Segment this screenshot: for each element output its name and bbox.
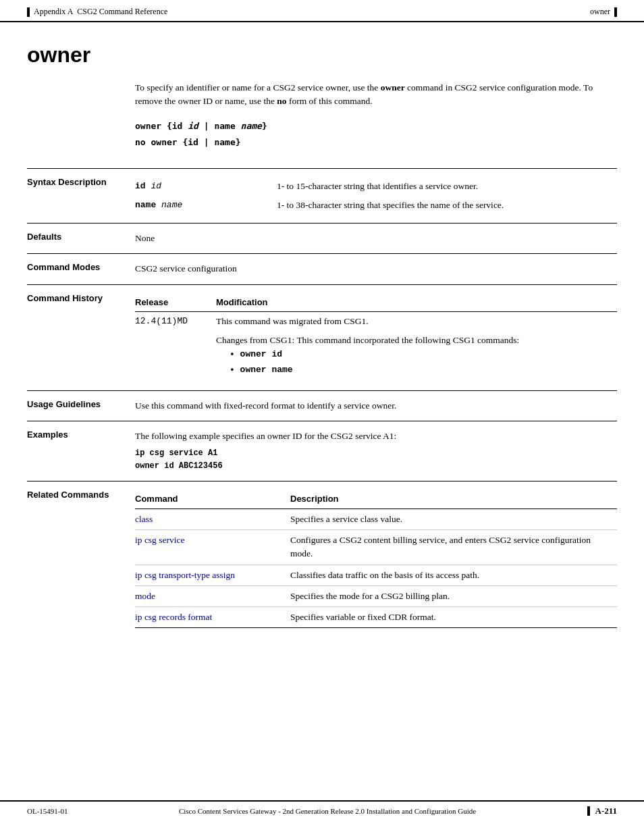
related-col-command: Command xyxy=(135,490,290,509)
related-link-ip-csg-records[interactable]: ip csg records format xyxy=(135,612,212,622)
footer-right: A-211 xyxy=(587,806,618,816)
syntax-description-section: Syntax Description id id 1- to 15-charac… xyxy=(27,168,617,224)
syntax-description-label: Syntax Description xyxy=(27,177,135,215)
command-modes-value: CSG2 service configuration xyxy=(135,262,617,276)
command-modes-label: Command Modes xyxy=(27,262,135,276)
syntax-desc-table: id id 1- to 15-character string that ide… xyxy=(135,177,617,215)
defaults-section: Defaults None xyxy=(27,223,617,253)
related-desc-class: Specifies a service class value. xyxy=(290,509,617,529)
related-row-ip-csg-service: ip csg service Configures a CSG2 content… xyxy=(135,530,617,565)
related-link-mode[interactable]: mode xyxy=(135,591,155,601)
examples-code: ip csg service A1 owner id ABC123456 xyxy=(135,447,617,473)
intro-text3: form of this command. xyxy=(287,96,373,106)
related-header-row: Command Description xyxy=(135,490,617,509)
syntax-desc-name: 1- to 38-character string that specifies… xyxy=(270,196,617,215)
history-release-2 xyxy=(135,331,216,382)
header: Appendix A CSG2 Command Reference owner xyxy=(0,0,644,22)
history-header-row: Release Modification xyxy=(135,293,617,312)
syntax-description-content: id id 1- to 15-character string that ide… xyxy=(135,177,617,215)
related-commands-section: Related Commands Command Description cla… xyxy=(27,481,617,636)
command-modes-section: Command Modes CSG2 service configuration xyxy=(27,253,617,284)
footer-bar xyxy=(587,806,590,816)
syntax-row-id: id id 1- to 15-character string that ide… xyxy=(135,177,617,196)
related-col-description: Description xyxy=(290,490,617,509)
related-row-class: class Specifies a service class value. xyxy=(135,509,617,529)
header-appendix: Appendix A xyxy=(34,7,73,17)
footer-page: A-211 xyxy=(595,806,618,816)
related-cmd-ip-csg-service[interactable]: ip csg service xyxy=(135,530,290,565)
related-cmd-ip-csg-records[interactable]: ip csg records format xyxy=(135,607,290,628)
syntax-block: owner {id id | name name} no owner {id |… xyxy=(135,121,617,148)
defaults-label: Defaults xyxy=(27,232,135,245)
page-title: owner xyxy=(27,43,617,68)
related-link-class[interactable]: class xyxy=(135,514,153,524)
footer-left: OL-15491-01 xyxy=(27,807,68,815)
history-row-2: Changes from CSG1: This command incorpor… xyxy=(135,331,617,382)
related-row-mode: mode Specifies the mode for a CSG2 billi… xyxy=(135,585,617,606)
defaults-value: None xyxy=(135,232,617,245)
related-link-ip-csg-transport[interactable]: ip csg transport-type assign xyxy=(135,570,235,580)
syntax-cmd-name: name name xyxy=(135,196,270,215)
history-col-release: Release xyxy=(135,293,216,312)
related-link-ip-csg-service[interactable]: ip csg service xyxy=(135,535,184,545)
command-history-section: Command History Release Modification 12.… xyxy=(27,284,617,390)
syntax-row-name: name name 1- to 38-character string that… xyxy=(135,196,617,215)
related-row-ip-csg-records: ip csg records format Specifies variable… xyxy=(135,607,617,628)
syntax-line-2: no owner {id | name} xyxy=(135,137,617,148)
related-commands-label: Related Commands xyxy=(27,490,135,628)
related-desc-mode: Specifies the mode for a CSG2 billing pl… xyxy=(290,585,617,606)
command-history-label: Command History xyxy=(27,293,135,382)
header-title: CSG2 Command Reference xyxy=(77,7,167,17)
history-col-modification: Modification xyxy=(216,293,617,312)
bullet-owner-id: owner id xyxy=(230,348,612,361)
related-commands-content: Command Description class Specifies a se… xyxy=(135,490,617,628)
history-table: Release Modification 12.4(11)MD This com… xyxy=(135,293,617,382)
examples-section: Examples The following example specifies… xyxy=(27,421,617,481)
usage-guidelines-value: Use this command with fixed-record forma… xyxy=(135,399,617,413)
history-row-1: 12.4(11)MD This command was migrated fro… xyxy=(135,312,617,332)
header-bar-left xyxy=(27,7,30,17)
history-mod-2: Changes from CSG1: This command incorpor… xyxy=(216,331,617,382)
intro-text1: To specify an identifier or name for a C… xyxy=(135,82,381,93)
examples-intro: The following example specifies an owner… xyxy=(135,429,617,443)
related-cmd-mode[interactable]: mode xyxy=(135,585,290,606)
history-mod-1: This command was migrated from CSG1. xyxy=(216,312,617,332)
intro-text: To specify an identifier or name for a C… xyxy=(135,81,617,109)
related-cmd-class[interactable]: class xyxy=(135,509,290,529)
examples-label: Examples xyxy=(27,429,135,473)
related-row-ip-csg-transport: ip csg transport-type assign Classifies … xyxy=(135,565,617,585)
usage-guidelines-section: Usage Guidelines Use this command with f… xyxy=(27,390,617,421)
related-table: Command Description class Specifies a se… xyxy=(135,490,617,628)
footer-center: Cisco Content Services Gateway - 2nd Gen… xyxy=(68,807,587,815)
related-desc-ip-csg-transport: Classifies data traffic on the basis of … xyxy=(290,565,617,585)
footer: OL-15491-01 Cisco Content Services Gatew… xyxy=(0,800,644,820)
related-desc-ip-csg-service: Configures a CSG2 content billing servic… xyxy=(290,530,617,565)
syntax-desc-id: 1- to 15-character string that identifie… xyxy=(270,177,617,196)
syntax-cmd-id: id id xyxy=(135,177,270,196)
usage-guidelines-label: Usage Guidelines xyxy=(27,399,135,413)
header-left: Appendix A CSG2 Command Reference xyxy=(27,7,167,17)
examples-content: The following example specifies an owner… xyxy=(135,429,617,473)
history-release-1: 12.4(11)MD xyxy=(135,312,216,332)
bullet-owner-name: owner name xyxy=(230,363,612,377)
related-cmd-ip-csg-transport[interactable]: ip csg transport-type assign xyxy=(135,565,290,585)
header-right: owner xyxy=(590,7,617,17)
header-bar-right xyxy=(614,7,617,17)
command-history-content: Release Modification 12.4(11)MD This com… xyxy=(135,293,617,382)
syntax-line-1: owner {id id | name name} xyxy=(135,121,617,132)
header-right-label: owner xyxy=(590,7,610,17)
related-desc-ip-csg-records: Specifies variable or fixed CDR format. xyxy=(290,607,617,628)
page: Appendix A CSG2 Command Reference owner … xyxy=(0,0,644,834)
intro-bold2: no xyxy=(277,96,286,106)
intro-bold1: owner xyxy=(381,82,405,93)
content-area: owner To specify an identifier or name f… xyxy=(0,22,644,677)
history-bullets: owner id owner name xyxy=(216,348,612,377)
